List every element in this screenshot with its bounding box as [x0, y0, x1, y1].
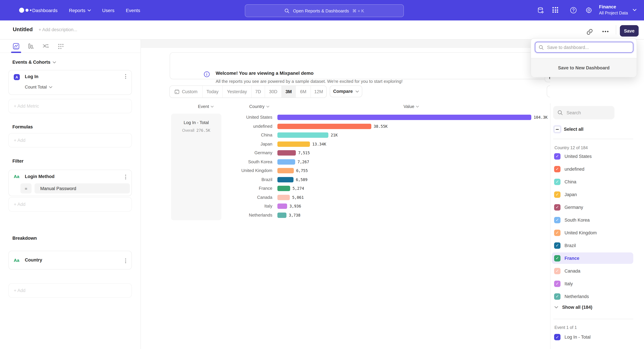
tab-funnels[interactable]	[26, 42, 35, 51]
legend-search-input[interactable]	[566, 110, 611, 115]
filter-property-name[interactable]: Login Method	[25, 174, 54, 179]
data-management-icon[interactable]	[537, 7, 544, 14]
copy-link-icon[interactable]	[586, 28, 593, 35]
legend-event-item[interactable]: ✓ Log In - Total	[554, 334, 591, 340]
legend-item-canada[interactable]: ✓Canada	[552, 265, 633, 277]
metric-kebab-icon[interactable]	[125, 74, 126, 79]
bar-netherlands[interactable]	[278, 212, 286, 218]
compare-button[interactable]: Compare	[330, 85, 362, 97]
select-all-row[interactable]: Select all	[554, 126, 584, 132]
report-title[interactable]: Untitled	[13, 26, 33, 32]
add-metric-button[interactable]: + Add Metric	[8, 99, 132, 113]
date-range-yesterday[interactable]: Yesterday	[223, 86, 252, 98]
apps-grid-icon[interactable]	[552, 7, 560, 14]
bar-brazil[interactable]	[278, 177, 294, 182]
add-filter-button[interactable]: + Add	[8, 197, 132, 212]
legend-item-japan[interactable]: ✓Japan	[552, 189, 633, 200]
legend-item-united-kingdom[interactable]: ✓United Kingdom	[552, 227, 633, 238]
bar-united-states[interactable]	[278, 115, 531, 120]
date-range-30d[interactable]: 30D	[265, 86, 282, 98]
bar-germany[interactable]	[278, 150, 296, 156]
date-range-6m[interactable]: 6M	[296, 86, 311, 98]
legend-checkbox[interactable]: ✓	[554, 153, 560, 159]
legend-checkbox[interactable]: ✓	[554, 255, 560, 261]
filter-value-selector[interactable]: Manual Password	[34, 183, 130, 193]
filter-type-badge: Aa	[14, 174, 19, 179]
save-button[interactable]: Save	[620, 25, 639, 36]
add-formula-button[interactable]: + Add	[8, 133, 132, 147]
legend-checkbox[interactable]: ✓	[554, 268, 560, 274]
bar-italy[interactable]	[278, 204, 287, 209]
legend-item-france[interactable]: ✓France	[552, 253, 633, 264]
bar-canada[interactable]	[278, 195, 290, 200]
show-all-button[interactable]: Show all (184)	[554, 305, 592, 310]
legend-checkbox[interactable]: ✓	[554, 242, 560, 249]
project-switcher[interactable]: Finance All Project Data	[599, 4, 628, 16]
date-range-today[interactable]: Today	[202, 86, 223, 98]
events-cohorts-label: Events & Cohorts	[12, 60, 50, 65]
mixpanel-logo-icon[interactable]	[19, 7, 33, 13]
metric-letter-badge: A	[14, 74, 20, 80]
legend-checkbox[interactable]: ✓	[554, 179, 560, 185]
legend-checkbox[interactable]: ✓	[554, 281, 560, 287]
global-search-button[interactable]: Open Reports & Dashboards ⌘ + K	[245, 4, 404, 17]
metric-name[interactable]: Log In	[25, 74, 38, 79]
bar-france[interactable]	[278, 186, 290, 191]
nav-users[interactable]: Users	[102, 7, 114, 13]
events-cohorts-section-label[interactable]: Events & Cohorts	[12, 60, 56, 65]
save-to-new-dashboard-button[interactable]: Save to New Dashboard	[531, 58, 636, 77]
project-chevron-down-icon[interactable]	[632, 9, 636, 11]
date-range-custom[interactable]: Custom	[170, 86, 202, 98]
more-options-icon[interactable]	[602, 30, 609, 37]
legend-item-undefined[interactable]: ✓undefined	[552, 163, 633, 175]
legend-checkbox[interactable]: ✓	[554, 217, 560, 223]
legend-item-china[interactable]: ✓China	[552, 176, 633, 187]
nav-dashboards[interactable]: Dashboards	[32, 7, 58, 13]
filter-card[interactable]: Aa Login Method = Manual Password	[8, 170, 132, 196]
legend-item-brazil[interactable]: ✓Brazil	[552, 240, 633, 251]
nav-reports[interactable]: Reports	[69, 7, 91, 13]
column-header-value[interactable]: Value	[404, 104, 419, 109]
bar-undefined[interactable]	[278, 124, 371, 129]
legend-checkbox[interactable]: ✓	[554, 230, 560, 236]
add-breakdown-button[interactable]: + Add	[8, 283, 132, 298]
legend-item-germany[interactable]: ✓Germany	[552, 202, 633, 213]
settings-gear-icon[interactable]	[585, 7, 593, 14]
legend-item-italy[interactable]: ✓Italy	[552, 278, 633, 289]
legend-checkbox[interactable]: ✓	[554, 293, 560, 300]
date-range-7d[interactable]: 7D	[252, 86, 265, 98]
tab-flows[interactable]	[41, 42, 50, 51]
nav-events[interactable]: Events	[126, 7, 140, 13]
save-dashboard-input[interactable]	[546, 44, 625, 50]
legend-checkbox[interactable]: ✓	[554, 204, 560, 210]
tab-insights[interactable]	[12, 42, 20, 51]
breakdown-kebab-icon[interactable]	[125, 259, 126, 263]
legend-item-label: South Korea	[564, 217, 590, 222]
metric-card[interactable]: A Log In Count Total	[8, 70, 132, 95]
tab-retention[interactable]	[56, 42, 65, 51]
column-header-country[interactable]: Country	[249, 104, 269, 109]
legend-checkbox[interactable]: ✓	[554, 191, 560, 198]
date-range-3m[interactable]: 3M	[282, 86, 296, 98]
legend-checkbox[interactable]: ✓	[554, 166, 560, 172]
legend-item-united-states[interactable]: ✓United States	[552, 151, 633, 162]
breakdown-card[interactable]: Aa Country	[8, 251, 132, 270]
date-range-12m[interactable]: 12M	[311, 86, 326, 98]
metric-aggregation-dropdown[interactable]: Count Total	[25, 84, 52, 89]
help-icon[interactable]	[570, 7, 577, 14]
report-description-placeholder[interactable]: + Add description...	[38, 27, 77, 32]
bar-united-kingdom[interactable]	[278, 168, 294, 173]
select-all-checkbox[interactable]	[554, 126, 560, 132]
filter-operator-selector[interactable]: =	[20, 183, 32, 193]
legend-event-checkbox[interactable]: ✓	[554, 334, 560, 340]
save-dashboard-search[interactable]	[535, 42, 633, 53]
legend-item-netherlands[interactable]: ✓Netherlands	[552, 291, 633, 302]
column-header-event[interactable]: Event	[198, 104, 214, 109]
bar-china[interactable]	[278, 132, 328, 138]
bar-japan[interactable]	[278, 141, 310, 147]
bar-south-korea[interactable]	[278, 159, 295, 164]
breakdown-property-name[interactable]: Country	[25, 258, 42, 263]
legend-search[interactable]	[553, 106, 614, 119]
legend-item-south-korea[interactable]: ✓South Korea	[552, 214, 633, 226]
filter-kebab-icon[interactable]	[125, 175, 126, 179]
